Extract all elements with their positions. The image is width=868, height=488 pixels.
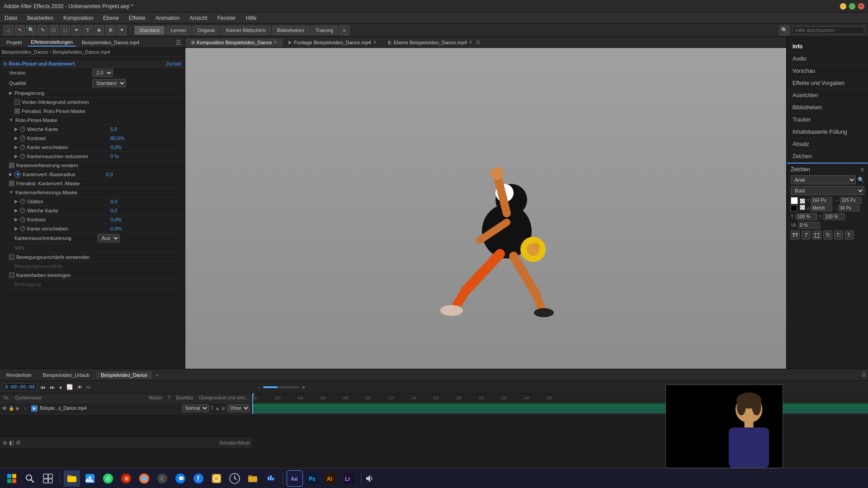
kantenrausch-select[interactable]: Aus: [98, 234, 120, 242]
tl-tab-dance[interactable]: Beispielvideo_Dance: [96, 371, 152, 379]
taskbar-volume-icon[interactable]: [365, 473, 376, 484]
taskbar-ps[interactable]: Ps: [305, 470, 321, 487]
viewer-tab-komposition[interactable]: ▣ Komposition Beispielvideo_Dance ✕: [185, 38, 283, 47]
right-item-effekte[interactable]: Effekte und Vorgaben: [787, 77, 868, 89]
right-item-bibliotheken[interactable]: Bibliotheken: [787, 102, 868, 114]
close-button[interactable]: ✕: [858, 3, 864, 9]
layer-mode-select[interactable]: Normal: [182, 404, 209, 412]
layer-solo-icon[interactable]: ◉: [15, 406, 19, 411]
kantenvrf-rendern-checkbox[interactable]: [9, 163, 14, 168]
tool-search[interactable]: 🔍: [26, 25, 36, 35]
transparent-bg-icon[interactable]: [800, 205, 805, 210]
taskbar-messenger[interactable]: 💬: [172, 470, 189, 487]
h-scale-input[interactable]: [796, 213, 817, 220]
feinabst-kantenverf-checkbox[interactable]: [9, 181, 14, 186]
viewer-tab-ebene[interactable]: ◧ Ebene Beispielvideo_Dance.mp4 ✕ ☰: [382, 38, 486, 47]
transparent-fg-icon[interactable]: [800, 198, 805, 204]
kontrast-stopwatch1[interactable]: ⏱: [20, 136, 25, 141]
tl-layer-icon[interactable]: ◧: [9, 440, 14, 446]
vorder-checkbox[interactable]: [14, 99, 20, 105]
viewer-tab-footage-close[interactable]: ✕: [373, 40, 377, 45]
menu-animation[interactable]: Animation: [154, 14, 181, 22]
tool-puppet[interactable]: ✦: [117, 25, 127, 35]
panel-menu-icon[interactable]: ☰: [175, 39, 181, 46]
tl-new-comp-icon[interactable]: ⊕: [3, 440, 7, 446]
workspace-original[interactable]: Original: [193, 26, 220, 35]
taskbar-explorer[interactable]: [64, 470, 80, 487]
taskbar-whatsapp[interactable]: ✆: [100, 470, 116, 487]
style-select[interactable]: Bold: [791, 186, 864, 195]
tl-zoom-out[interactable]: -: [257, 384, 261, 390]
taskbar-search[interactable]: [22, 470, 38, 487]
tool-pointer[interactable]: ↖: [15, 25, 25, 35]
format-TT2-btn[interactable]: TT: [812, 230, 821, 239]
tool-shape[interactable]: □: [60, 25, 70, 35]
taskbar-lr[interactable]: Lr: [341, 470, 357, 487]
taskbar-ae[interactable]: Ae: [287, 470, 303, 487]
layer-lock-icon[interactable]: 🔒: [9, 406, 14, 411]
tab-effekteinstellungen[interactable]: Effekteinstellungen: [28, 38, 75, 47]
tool-cam[interactable]: ◈: [94, 25, 104, 35]
format-Tr-btn[interactable]: Tr: [823, 230, 832, 239]
taskbar-unknown3[interactable]: [263, 470, 279, 487]
kantenrauschen-stopwatch1[interactable]: ⏱: [20, 154, 25, 159]
taskbar-taskview[interactable]: [40, 470, 56, 487]
format-TT-btn[interactable]: TT: [791, 230, 800, 239]
tl-tab-add[interactable]: +: [156, 372, 159, 378]
format-T-btn[interactable]: T: [802, 230, 811, 239]
right-item-ausrichten[interactable]: Ausrichten: [787, 89, 868, 102]
kantenverf-maske-header[interactable]: ▼ Kantenverfeinerungs-Maske: [2, 188, 183, 197]
tab-beispielvideo[interactable]: Beispielvideo_Dance.mp4: [79, 39, 142, 46]
feinabst-roto-checkbox[interactable]: [14, 108, 20, 114]
tool-paint[interactable]: ✎: [38, 25, 47, 35]
tl-graph-editor[interactable]: 📈: [65, 384, 74, 390]
menu-ansicht[interactable]: Ansicht: [188, 14, 209, 22]
taskbar-facebook[interactable]: f: [190, 470, 207, 487]
maximize-button[interactable]: □: [849, 3, 855, 9]
menu-effekte[interactable]: Effekte: [127, 14, 147, 22]
tl-go-start[interactable]: ⏮: [39, 384, 47, 390]
qualitaet-select[interactable]: Standard: [92, 79, 126, 87]
layer-eye-icon[interactable]: 👁: [2, 405, 7, 412]
minimize-button[interactable]: ─: [840, 3, 846, 9]
propagierung-row[interactable]: ▶ Propagierung: [2, 89, 183, 98]
tl-zoom-in[interactable]: +: [301, 384, 307, 390]
tl-menu-icon[interactable]: ☰: [862, 372, 866, 378]
menu-datei[interactable]: Datei: [3, 14, 19, 22]
taskbar-antivirus[interactable]: ⛨: [118, 470, 134, 487]
weiche-kante-stopwatch2[interactable]: ⏱: [20, 208, 25, 213]
glaetten-stopwatch[interactable]: ⏱: [20, 199, 25, 204]
tl-tab-urlaub[interactable]: Beispielvideo_Urlaub: [38, 371, 94, 379]
workspace-more[interactable]: »: [340, 25, 349, 35]
tool-home[interactable]: ⌂: [4, 25, 14, 35]
taskbar-photos[interactable]: [82, 470, 98, 487]
tl-add-marker[interactable]: ♦: [58, 384, 63, 390]
font-select[interactable]: Arial: [791, 175, 856, 184]
kante-verschieben-stopwatch2[interactable]: ⏱: [20, 226, 25, 231]
kante-verschieben-stopwatch1[interactable]: ⏱: [20, 145, 25, 150]
roto-maske-header[interactable]: ▼ Roto-Pinsel-Maske: [2, 116, 183, 125]
metric-input[interactable]: [811, 205, 832, 211]
weiche-kante-stopwatch[interactable]: ⏱: [20, 127, 25, 132]
ebene-menu-icon[interactable]: ☰: [476, 40, 480, 45]
layer-parent-select[interactable]: Ohne: [227, 404, 250, 412]
tab-projekt[interactable]: Projekt: [4, 39, 24, 46]
right-item-vorschau[interactable]: Vorschau: [787, 65, 868, 77]
workspace-lernen[interactable]: Lernen: [166, 26, 191, 35]
format-sub-btn[interactable]: T↓: [845, 230, 854, 239]
font-size-input[interactable]: [811, 197, 832, 204]
kontrast-stopwatch2[interactable]: ⏱: [20, 217, 25, 222]
workspace-training[interactable]: Training: [311, 26, 338, 35]
help-search-input[interactable]: [792, 26, 864, 34]
tool-text[interactable]: T: [83, 25, 93, 35]
leading-input[interactable]: [838, 205, 860, 211]
workspace-bildschirm[interactable]: Kleiner Bildschirm: [221, 26, 271, 35]
taskbar-windows[interactable]: [4, 470, 20, 487]
viewer-tab-komposition-close[interactable]: ✕: [274, 40, 277, 45]
baseline-input[interactable]: [798, 222, 820, 229]
menu-fenster[interactable]: Fenster: [216, 14, 238, 22]
layer-t-icon[interactable]: T: [211, 406, 213, 411]
viewer-tab-ebene-close[interactable]: ✕: [469, 40, 472, 45]
tool-roto[interactable]: ⬡: [49, 25, 59, 35]
workspace-bibliotheken[interactable]: Bibliotheken: [272, 26, 309, 35]
